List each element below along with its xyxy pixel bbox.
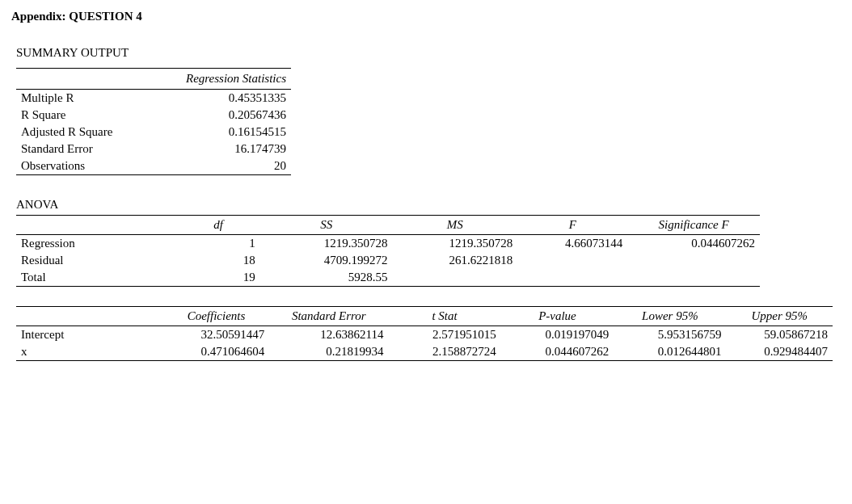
anova-df: 19: [176, 269, 259, 287]
coef-value: 32.50591447: [163, 326, 269, 344]
regstats-label: Standard Error: [16, 141, 185, 158]
anova-label: Residual: [16, 252, 176, 269]
table-row: Total 19 5928.55: [16, 269, 760, 287]
coef-col-coefficients: Coefficients: [163, 307, 269, 326]
coef-header-row: Coefficients Standard Error t Stat P-val…: [16, 307, 833, 326]
table-row: Intercept 32.50591447 12.63862114 2.5719…: [16, 326, 833, 344]
regstats-value: 0.45351335: [185, 90, 291, 107]
coef-se: 12.63862114: [269, 326, 388, 344]
anova-table: df SS MS F Significance F Regression 1 1…: [16, 215, 760, 287]
anova-col-f: F: [517, 216, 627, 235]
coef-t: 2.158872724: [388, 343, 500, 361]
table-row: Standard Error 16.174739: [16, 141, 291, 158]
coef-hi: 59.05867218: [727, 326, 833, 344]
anova-ms: 1219.350728: [392, 235, 517, 253]
coef-p: 0.044607262: [501, 343, 614, 361]
regstats-header: Regression Statistics: [16, 69, 291, 90]
anova-label: Regression: [16, 235, 176, 253]
table-row: Observations 20: [16, 158, 291, 175]
table-row: x 0.471064604 0.21819934 2.158872724 0.0…: [16, 343, 833, 361]
anova-col-blank: [16, 216, 176, 235]
coef-se: 0.21819934: [269, 343, 388, 361]
anova-col-df: df: [176, 216, 259, 235]
anova-df: 18: [176, 252, 259, 269]
anova-f: [517, 269, 627, 287]
table-row: Regression 1 1219.350728 1219.350728 4.6…: [16, 235, 760, 253]
anova-sig: 0.044607262: [627, 235, 760, 253]
coefficients-table: Coefficients Standard Error t Stat P-val…: [16, 306, 833, 361]
anova-ms: 261.6221818: [392, 252, 517, 269]
regstats-label: Adjusted R Square: [16, 124, 185, 141]
anova-f: [517, 252, 627, 269]
table-row: Adjusted R Square 0.16154515: [16, 124, 291, 141]
coef-t: 2.571951015: [388, 326, 500, 344]
regstats-label: R Square: [16, 107, 185, 124]
anova-f: 4.66073144: [517, 235, 627, 253]
regression-statistics-table: Regression Statistics Multiple R 0.45351…: [16, 68, 291, 175]
regstats-value: 0.16154515: [185, 124, 291, 141]
coef-label: Intercept: [16, 326, 163, 344]
coef-col-blank: [16, 307, 163, 326]
coef-label: x: [16, 343, 163, 361]
anova-ss: 1219.350728: [260, 235, 393, 253]
coef-lo: 0.012644801: [614, 343, 726, 361]
coef-hi: 0.929484407: [727, 343, 833, 361]
anova-ss: 5928.55: [260, 269, 393, 287]
anova-ms: [392, 269, 517, 287]
coef-p: 0.019197049: [501, 326, 614, 344]
anova-sig: [627, 269, 760, 287]
coef-col-lower95: Lower 95%: [614, 307, 726, 326]
table-row: Multiple R 0.45351335: [16, 90, 291, 107]
anova-sig: [627, 252, 760, 269]
coef-col-tstat: t Stat: [388, 307, 500, 326]
coef-value: 0.471064604: [163, 343, 269, 361]
regstats-label: Multiple R: [16, 90, 185, 107]
regstats-value: 20: [185, 158, 291, 175]
coef-col-upper95: Upper 95%: [727, 307, 833, 326]
anova-col-sig: Significance F: [627, 216, 760, 235]
anova-header-row: df SS MS F Significance F: [16, 216, 760, 235]
coef-lo: 5.953156759: [614, 326, 726, 344]
anova-label: Total: [16, 269, 176, 287]
coef-col-pvalue: P-value: [501, 307, 614, 326]
summary-output-heading: SUMMARY OUTPUT: [16, 46, 841, 60]
coef-col-se: Standard Error: [269, 307, 388, 326]
anova-heading: ANOVA: [16, 198, 841, 212]
regstats-label: Observations: [16, 158, 185, 175]
table-row: Residual 18 4709.199272 261.6221818: [16, 252, 760, 269]
anova-df: 1: [176, 235, 259, 253]
anova-ss: 4709.199272: [260, 252, 393, 269]
anova-col-ms: MS: [392, 216, 517, 235]
table-row: R Square 0.20567436: [16, 107, 291, 124]
regstats-value: 16.174739: [185, 141, 291, 158]
anova-col-ss: SS: [260, 216, 393, 235]
appendix-title: Appendix: QUESTION 4: [11, 10, 841, 23]
regstats-value: 0.20567436: [185, 107, 291, 124]
